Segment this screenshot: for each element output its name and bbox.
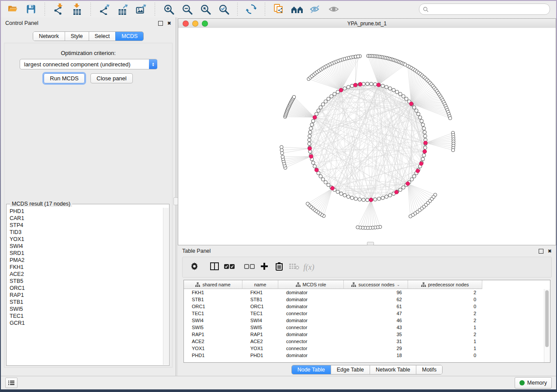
copy-network-button[interactable] bbox=[270, 2, 288, 16]
graph-node[interactable] bbox=[401, 95, 405, 98]
import-network-button[interactable] bbox=[49, 2, 68, 16]
graph-node[interactable] bbox=[346, 195, 350, 199]
graph-node[interactable] bbox=[315, 112, 318, 116]
graph-node[interactable] bbox=[313, 165, 316, 168]
table-row[interactable]: ORC1ORC1dominator610 bbox=[184, 303, 544, 310]
graph-node[interactable] bbox=[417, 112, 420, 116]
graph-node[interactable] bbox=[308, 131, 312, 134]
delete-table-button[interactable] bbox=[289, 262, 299, 272]
float-panel-icon[interactable] bbox=[158, 21, 163, 26]
graph-node[interactable] bbox=[385, 195, 388, 199]
column-header-successor-nodes[interactable]: successor nodes⌄ bbox=[344, 280, 408, 289]
network-canvas[interactable] bbox=[178, 28, 556, 245]
graph-hub-node[interactable] bbox=[308, 147, 312, 151]
close-panel-button[interactable]: Close panel bbox=[90, 73, 133, 83]
graph-satellite-node[interactable] bbox=[449, 117, 452, 120]
graph-node[interactable] bbox=[412, 175, 416, 178]
graph-node[interactable] bbox=[343, 87, 346, 90]
tab-mcds[interactable]: MCDS bbox=[115, 32, 143, 41]
zoom-fit-button[interactable] bbox=[196, 2, 214, 16]
graph-node[interactable] bbox=[310, 123, 314, 127]
graph-hub-node[interactable] bbox=[315, 168, 318, 172]
graph-node[interactable] bbox=[308, 142, 311, 145]
graph-node[interactable] bbox=[366, 82, 369, 86]
graph-node[interactable] bbox=[388, 87, 392, 90]
graph-hub-node[interactable] bbox=[409, 102, 413, 106]
mcds-result-item[interactable]: SWI5 bbox=[10, 306, 163, 313]
zoom-in-button[interactable] bbox=[159, 2, 178, 16]
result-list-scrollbar[interactable] bbox=[163, 208, 169, 365]
tab-node-table[interactable]: Node Table bbox=[292, 365, 331, 374]
column-header-name[interactable]: name bbox=[242, 280, 278, 289]
delete-column-button[interactable] bbox=[274, 262, 284, 272]
network-window-titlebar[interactable]: YPA_prune.txt_1 bbox=[178, 19, 556, 28]
graph-node[interactable] bbox=[374, 198, 377, 201]
graph-node[interactable] bbox=[324, 181, 327, 184]
graph-node[interactable] bbox=[354, 197, 358, 200]
float-table-panel-icon[interactable] bbox=[539, 249, 543, 254]
column-header-predecessor-nodes[interactable]: predecessor nodes bbox=[408, 280, 482, 289]
mcds-result-list[interactable]: PHD1CAR1STP4TID3YOX1SWI4SRD1PMA2FKH1ACE2… bbox=[7, 208, 163, 365]
graph-node[interactable] bbox=[423, 134, 427, 138]
graph-node[interactable] bbox=[422, 127, 426, 130]
table-row[interactable]: FKH1FKH1dominator962 bbox=[184, 289, 544, 296]
run-mcds-button[interactable]: Run MCDS bbox=[44, 73, 85, 83]
graph-node[interactable] bbox=[311, 161, 315, 165]
graph-node[interactable] bbox=[339, 192, 343, 196]
mcds-result-item[interactable]: SWI4 bbox=[10, 243, 163, 250]
graph-node[interactable] bbox=[422, 154, 426, 157]
mcds-result-item[interactable]: STB5 bbox=[10, 278, 163, 285]
mcds-result-item[interactable]: STP4 bbox=[10, 222, 163, 229]
split-columns-button[interactable] bbox=[209, 262, 220, 272]
graph-node[interactable] bbox=[308, 134, 311, 138]
deselect-all-button[interactable] bbox=[244, 262, 255, 272]
graph-node[interactable] bbox=[392, 88, 395, 92]
search-input[interactable] bbox=[429, 6, 546, 13]
graph-node[interactable] bbox=[370, 82, 373, 86]
table-row[interactable]: YOX1YOX1connector291 bbox=[184, 345, 544, 352]
hide-selected-button[interactable] bbox=[306, 2, 325, 16]
graph-node[interactable] bbox=[324, 100, 327, 103]
graph-node[interactable] bbox=[398, 92, 402, 96]
mcds-result-item[interactable]: TID3 bbox=[10, 229, 163, 236]
table-row[interactable]: SWI5SWI5connector431 bbox=[184, 324, 544, 331]
tab-style[interactable]: Style bbox=[65, 32, 89, 41]
criterion-dropdown[interactable]: largest connected component (undirected)… bbox=[20, 59, 157, 69]
zoom-out-button[interactable] bbox=[178, 2, 196, 16]
graph-hub-node[interactable] bbox=[353, 83, 357, 87]
graph-node[interactable] bbox=[421, 157, 425, 161]
graph-node[interactable] bbox=[330, 95, 333, 98]
tab-select[interactable]: Select bbox=[89, 32, 116, 41]
column-header-MCDS-role[interactable]: MCDS role bbox=[278, 280, 344, 289]
horizontal-splitter-handle[interactable] bbox=[367, 242, 374, 245]
mcds-result-item[interactable]: PHD1 bbox=[10, 208, 163, 215]
graph-satellite-node[interactable] bbox=[292, 95, 296, 99]
mcds-result-item[interactable]: ACE2 bbox=[10, 271, 163, 278]
graph-node[interactable] bbox=[362, 198, 365, 202]
graph-hub-node[interactable] bbox=[313, 115, 317, 119]
graph-hub-node[interactable] bbox=[377, 83, 381, 87]
graph-node[interactable] bbox=[321, 178, 325, 181]
graph-hub-node[interactable] bbox=[416, 169, 420, 173]
graph-hub-node[interactable] bbox=[419, 162, 423, 165]
graph-node[interactable] bbox=[401, 186, 405, 189]
graph-node[interactable] bbox=[405, 97, 408, 100]
graph-node[interactable] bbox=[415, 109, 418, 112]
graph-node[interactable] bbox=[336, 190, 339, 193]
graph-satellite-node[interactable] bbox=[280, 145, 284, 149]
graph-node[interactable] bbox=[420, 119, 423, 123]
show-all-button[interactable] bbox=[325, 2, 343, 16]
close-panel-icon[interactable]: ✖ bbox=[167, 21, 171, 26]
graph-hub-node[interactable] bbox=[339, 88, 343, 92]
graph-node[interactable] bbox=[333, 92, 336, 96]
table-row[interactable]: ACE2ACE2connector311 bbox=[184, 338, 544, 345]
task-history-button[interactable] bbox=[5, 378, 17, 388]
graph-satellite-node[interactable] bbox=[281, 155, 284, 158]
save-button[interactable] bbox=[22, 2, 40, 16]
graph-hub-node[interactable] bbox=[406, 182, 410, 186]
graph-node[interactable] bbox=[423, 146, 427, 149]
graph-node[interactable] bbox=[377, 197, 381, 200]
mcds-result-item[interactable]: YOX1 bbox=[10, 236, 163, 243]
tab-motifs[interactable]: Motifs bbox=[416, 365, 442, 374]
zoom-selected-button[interactable] bbox=[214, 2, 233, 16]
